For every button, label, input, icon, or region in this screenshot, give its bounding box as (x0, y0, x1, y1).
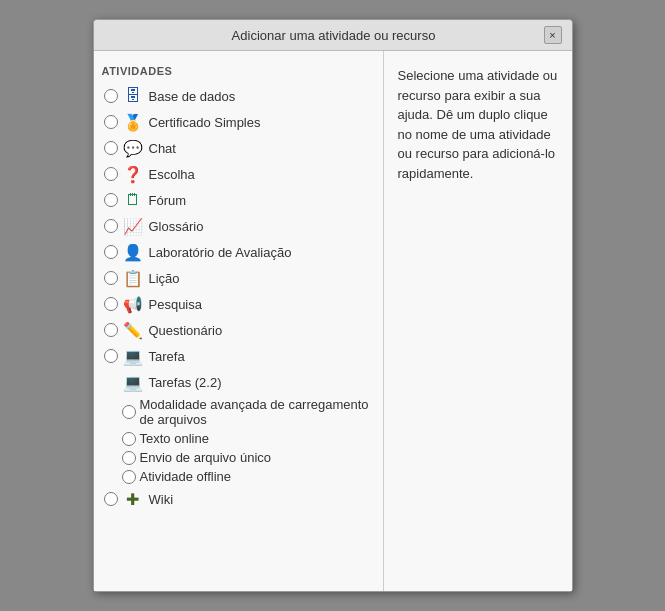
list-item[interactable]: 💻 Tarefas (2.2) (102, 369, 375, 395)
radio-tarefa[interactable] (104, 349, 118, 363)
radio-lab[interactable] (104, 245, 118, 259)
radio-licao[interactable] (104, 271, 118, 285)
list-item[interactable]: Atividade offline (102, 467, 375, 486)
dialog-title: Adicionar uma atividade ou recurso (124, 28, 544, 43)
radio-cert-simples[interactable] (104, 115, 118, 129)
certificate-icon: 🏅 (122, 111, 144, 133)
list-item[interactable]: 👤 Laboratório de Avaliação (102, 239, 375, 265)
add-activity-dialog: Adicionar uma atividade ou recurso × ATI… (93, 19, 573, 592)
assign-icon: 💻 (122, 345, 144, 367)
item-label: Wiki (149, 492, 174, 507)
database-icon: 🗄 (122, 85, 144, 107)
item-label: Certificado Simples (149, 115, 261, 130)
list-item[interactable]: ✚ Wiki (102, 486, 375, 512)
radio-wiki[interactable] (104, 492, 118, 506)
item-label: Modalidade avançada de carregamento de a… (140, 397, 373, 427)
item-label: Fórum (149, 193, 187, 208)
radio-forum[interactable] (104, 193, 118, 207)
radio-questionario[interactable] (104, 323, 118, 337)
left-panel: ATIVIDADES 🗄 Base de dados 🏅 Certificado… (94, 51, 384, 591)
radio-atividade-offline[interactable] (122, 470, 136, 484)
item-label: Envio de arquivo único (140, 450, 272, 465)
radio-base-dados[interactable] (104, 89, 118, 103)
dialog-body: ATIVIDADES 🗄 Base de dados 🏅 Certificado… (94, 51, 572, 591)
item-label: Lição (149, 271, 180, 286)
list-item[interactable]: 🗒 Fórum (102, 187, 375, 213)
list-item[interactable]: 🗄 Base de dados (102, 83, 375, 109)
item-label: Chat (149, 141, 176, 156)
list-item[interactable]: Envio de arquivo único (102, 448, 375, 467)
help-panel: Selecione uma atividade ou recurso para … (384, 51, 572, 591)
item-label: Tarefa (149, 349, 185, 364)
close-button[interactable]: × (544, 26, 562, 44)
item-label: Questionário (149, 323, 223, 338)
dialog-titlebar: Adicionar uma atividade ou recurso × (94, 20, 572, 51)
item-label: Tarefas (2.2) (149, 375, 222, 390)
chat-icon: 💬 (122, 137, 144, 159)
radio-escolha[interactable] (104, 167, 118, 181)
item-label: Texto online (140, 431, 209, 446)
item-label: Base de dados (149, 89, 236, 104)
lesson-icon: 📋 (122, 267, 144, 289)
list-item[interactable]: Texto online (102, 429, 375, 448)
list-item[interactable]: 📋 Lição (102, 265, 375, 291)
item-label: Escolha (149, 167, 195, 182)
section-header-atividades: ATIVIDADES (102, 65, 375, 77)
help-text: Selecione uma atividade ou recurso para … (398, 66, 558, 183)
item-label: Pesquisa (149, 297, 202, 312)
lab-icon: 👤 (122, 241, 144, 263)
list-item[interactable]: 📈 Glossário (102, 213, 375, 239)
radio-modalidade[interactable] (122, 405, 136, 419)
radio-chat[interactable] (104, 141, 118, 155)
list-item[interactable]: ❓ Escolha (102, 161, 375, 187)
choice-icon: ❓ (122, 163, 144, 185)
quiz-icon: ✏️ (122, 319, 144, 341)
radio-glossario[interactable] (104, 219, 118, 233)
list-item[interactable]: Modalidade avançada de carregamento de a… (102, 395, 375, 429)
item-label: Laboratório de Avaliação (149, 245, 292, 260)
survey-icon: 📢 (122, 293, 144, 315)
list-item[interactable]: 📢 Pesquisa (102, 291, 375, 317)
glossary-icon: 📈 (122, 215, 144, 237)
forum-icon: 🗒 (122, 189, 144, 211)
list-item[interactable]: 💬 Chat (102, 135, 375, 161)
item-label: Atividade offline (140, 469, 232, 484)
radio-pesquisa[interactable] (104, 297, 118, 311)
wiki-icon: ✚ (122, 488, 144, 510)
list-item[interactable]: ✏️ Questionário (102, 317, 375, 343)
list-item[interactable]: 💻 Tarefa (102, 343, 375, 369)
radio-texto-online[interactable] (122, 432, 136, 446)
assign22-icon: 💻 (122, 371, 144, 393)
list-item[interactable]: 🏅 Certificado Simples (102, 109, 375, 135)
radio-envio-arquivo[interactable] (122, 451, 136, 465)
item-label: Glossário (149, 219, 204, 234)
